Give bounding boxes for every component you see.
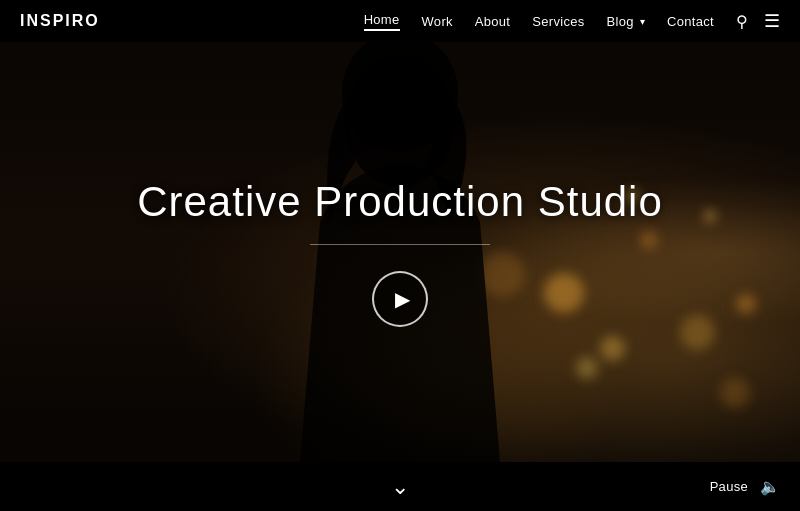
pause-button[interactable]: Pause <box>710 479 748 494</box>
footer-controls: Pause 🔈 <box>710 477 780 496</box>
nav-contact[interactable]: Contact <box>667 14 714 29</box>
bokeh-dot <box>720 378 750 408</box>
nav-utility-icons: ⚲ ☰ <box>736 10 780 32</box>
play-icon: ▶ <box>395 287 410 311</box>
scroll-down-button[interactable]: ⌄ <box>391 474 409 500</box>
site-logo[interactable]: INSPIRO <box>20 12 100 30</box>
bokeh-dot <box>576 357 598 379</box>
hero-content: Creative Production Studio ▶ <box>137 178 663 327</box>
main-nav: Home Work About Services Blog ▾ Contact … <box>364 10 780 32</box>
play-button[interactable]: ▶ <box>372 271 428 327</box>
footer-bar: ⌄ Pause 🔈 <box>0 462 800 511</box>
volume-icon[interactable]: 🔈 <box>760 477 780 496</box>
nav-blog[interactable]: Blog ▾ <box>607 14 646 29</box>
hero-title: Creative Production Studio <box>137 178 663 226</box>
bokeh-dot <box>736 294 756 314</box>
bokeh-dot <box>600 336 625 361</box>
hero-section: Creative Production Studio ▶ <box>0 42 800 462</box>
chevron-down-icon: ⌄ <box>391 474 409 500</box>
chevron-down-icon: ▾ <box>640 16 645 27</box>
nav-work[interactable]: Work <box>422 14 453 29</box>
bokeh-dot <box>680 315 715 350</box>
nav-about[interactable]: About <box>475 14 510 29</box>
search-icon[interactable]: ⚲ <box>736 12 748 31</box>
nav-home[interactable]: Home <box>364 12 400 31</box>
site-header: INSPIRO Home Work About Services Blog ▾ … <box>0 0 800 42</box>
bokeh-dot <box>704 210 716 222</box>
menu-icon[interactable]: ☰ <box>764 10 780 32</box>
nav-services[interactable]: Services <box>532 14 584 29</box>
hero-divider <box>310 244 490 245</box>
